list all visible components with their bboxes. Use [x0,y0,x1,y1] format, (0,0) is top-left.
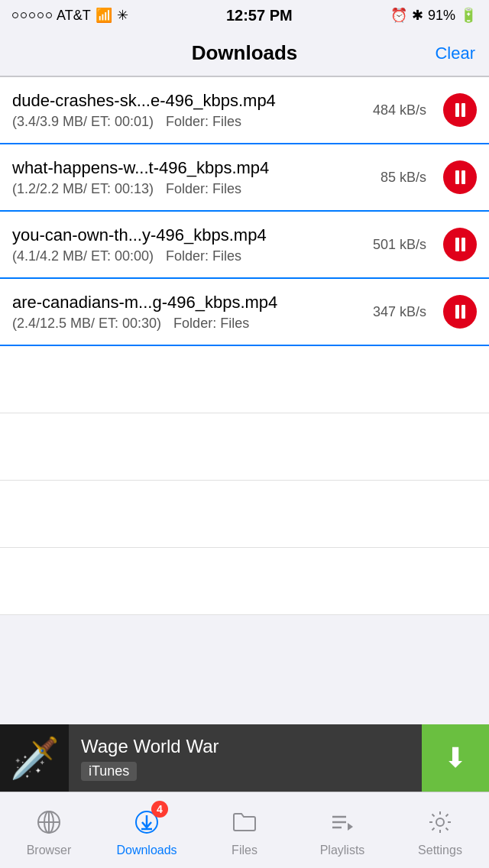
svg-point-11 [436,818,444,826]
tab-downloads-badge: 4 [151,801,168,818]
ad-warrior-icon: 🗡️ [10,735,60,782]
download-item-2: you-can-own-th...y-496_kbps.mp4 (4.1/4.2… [0,212,489,279]
download-info-2: you-can-own-th...y-496_kbps.mp4 (4.1/4.2… [12,225,373,264]
ad-text: Wage World War iTunes [69,736,422,781]
download-item-0: dude-crashes-sk...e-496_kbps.mp4 (3.4/3.… [0,77,489,144]
playlists-icon [329,809,355,835]
download-speed-1: 85 kB/s [381,170,426,186]
signal-dot-2 [21,12,27,18]
download-filename-2: you-can-own-th...y-496_kbps.mp4 [12,225,348,245]
signal-dot-3 [29,12,35,18]
tab-downloads-label: Downloads [116,844,176,857]
tab-files-label: Files [232,844,257,857]
signal-dot-5 [46,12,52,18]
download-list: dude-crashes-sk...e-496_kbps.mp4 (3.4/3.… [0,76,489,615]
ad-title: Wage World War [81,736,410,757]
tab-settings-label: Settings [418,844,462,857]
download-info-3: are-canadians-m...g-496_kbps.mp4 (2.4/12… [12,293,373,332]
empty-row-2 [0,413,489,481]
download-speed-0: 484 kB/s [373,102,426,118]
download-meta-3: (2.4/12.5 MB/ ET: 00:30) Folder: Files [12,316,373,332]
tab-browser-label: Browser [27,844,72,857]
pause-icon-1 [455,170,465,184]
clear-button[interactable]: Clear [435,44,475,63]
tab-files-icon-wrap [226,804,263,840]
pause-button-1[interactable] [443,160,477,194]
ad-banner[interactable]: 🗡️ Wage World War iTunes ⬇ [0,724,489,792]
battery-label: 91% [428,8,455,24]
pause-button-0[interactable] [443,93,477,127]
download-progress-1: (1.2/2.2 MB/ ET: 00:13) [12,181,154,197]
tab-bar: Browser 4 Downloads Files [0,792,489,868]
status-right: ⏰ ✱ 91% 🔋 [390,7,477,24]
status-time: 12:57 PM [226,7,293,24]
pause-button-2[interactable] [443,228,477,261]
download-progress-3: (2.4/12.5 MB/ ET: 00:30) [12,316,161,332]
download-filename-1: what-happens-w...t-496_kbps.mp4 [12,158,348,178]
pause-button-3[interactable] [443,295,477,329]
status-left: AT&T 📶 ✳ [12,7,128,24]
download-folder-3: Folder: Files [173,316,249,332]
tab-browser-icon-wrap [31,804,67,840]
download-info-0: dude-crashes-sk...e-496_kbps.mp4 (3.4/3.… [12,91,373,130]
carrier-label: AT&T [57,8,91,24]
download-meta-0: (3.4/3.9 MB/ ET: 00:01) Folder: Files [12,114,373,130]
empty-row-4 [0,548,489,615]
download-filename-3: are-canadians-m...g-496_kbps.mp4 [12,293,348,313]
signal-dot-4 [37,12,44,18]
bluetooth-icon: ✱ [412,7,423,24]
tab-playlists[interactable]: Playlists [293,804,391,857]
tab-playlists-label: Playlists [320,844,365,857]
tab-playlists-icon-wrap [324,804,361,840]
activity-icon: ✳ [117,7,128,24]
pause-icon-2 [455,238,465,251]
download-info-1: what-happens-w...t-496_kbps.mp4 (1.2/2.2… [12,158,381,197]
tab-browser[interactable]: Browser [0,804,98,857]
empty-row-1 [0,346,489,413]
tab-settings-icon-wrap [422,804,458,840]
pause-icon-0 [455,103,465,117]
tab-files[interactable]: Files [196,804,293,857]
download-folder-0: Folder: Files [166,114,241,130]
download-item-1: what-happens-w...t-496_kbps.mp4 (1.2/2.2… [0,144,489,212]
download-meta-2: (4.1/4.2 MB/ ET: 00:00) Folder: Files [12,248,373,264]
ad-action-button[interactable]: ⬇ [422,724,489,792]
page-title: Downloads [192,41,298,65]
battery-icon: 🔋 [460,7,477,24]
tab-settings[interactable]: Settings [391,804,489,857]
tab-downloads[interactable]: 4 Downloads [98,804,196,857]
pause-icon-3 [455,305,465,319]
download-filename-0: dude-crashes-sk...e-496_kbps.mp4 [12,91,348,111]
ad-subtitle: iTunes [81,762,137,781]
nav-bar: Downloads Clear [0,31,489,76]
settings-icon [427,809,453,835]
download-folder-2: Folder: Files [166,248,241,264]
download-progress-0: (3.4/3.9 MB/ ET: 00:01) [12,114,154,130]
download-speed-3: 347 kB/s [373,304,426,320]
download-speed-2: 501 kB/s [373,237,426,253]
download-progress-2: (4.1/4.2 MB/ ET: 00:00) [12,248,154,264]
signal-dots [12,12,52,18]
download-folder-1: Folder: Files [166,181,241,197]
download-item-3: are-canadians-m...g-496_kbps.mp4 (2.4/12… [0,279,489,346]
ad-download-icon: ⬇ [444,742,467,774]
signal-dot-1 [12,12,18,18]
wifi-icon: 📶 [96,7,112,24]
download-meta-1: (1.2/2.2 MB/ ET: 00:13) Folder: Files [12,181,381,197]
tab-downloads-icon-wrap: 4 [128,804,165,840]
empty-row-3 [0,481,489,548]
status-bar: AT&T 📶 ✳ 12:57 PM ⏰ ✱ 91% 🔋 [0,0,489,31]
svg-marker-10 [348,823,353,831]
ad-image: 🗡️ [0,724,69,792]
globe-icon [36,809,62,835]
folder-icon [232,809,257,835]
clock-icon: ⏰ [390,7,407,24]
